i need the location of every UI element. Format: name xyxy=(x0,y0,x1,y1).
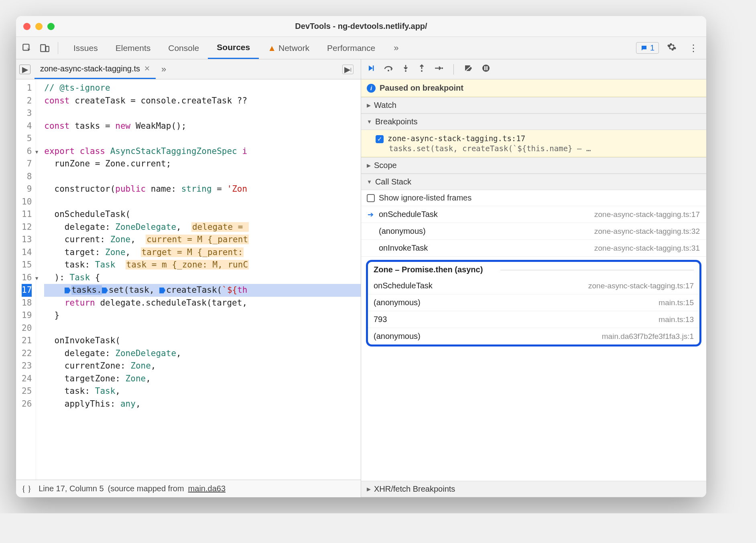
line-number[interactable]: 2 xyxy=(22,95,32,107)
callstack-frame[interactable]: (anonymous)main.ts:15 xyxy=(368,294,699,311)
code-line[interactable]: target: Zone, target = M {_parent: xyxy=(44,246,361,259)
callstack-frame[interactable]: 793main.ts:13 xyxy=(368,311,699,328)
line-number[interactable]: 7 xyxy=(22,158,32,170)
code-line[interactable]: task: Task task = m {_zone: M, runC xyxy=(44,259,361,272)
line-number[interactable]: 24 xyxy=(22,373,32,385)
line-number[interactable]: 5 xyxy=(22,132,32,145)
file-tab-active[interactable]: zone-async-stack-tagging.ts ✕ xyxy=(35,59,156,79)
resume-icon[interactable] xyxy=(367,64,375,75)
line-number[interactable]: 22 xyxy=(22,347,32,360)
tab-elements[interactable]: Elements xyxy=(107,37,160,59)
line-number[interactable]: 4 xyxy=(22,120,32,133)
code-line[interactable] xyxy=(44,170,361,183)
line-number[interactable]: 18 xyxy=(22,297,32,310)
scope-section-header[interactable]: ▶Scope xyxy=(361,157,706,174)
callstack-frame[interactable]: (anonymous)zone-async-stack-tagging.ts:3… xyxy=(361,223,706,240)
tab-performance[interactable]: Performance xyxy=(318,37,384,59)
code-line[interactable]: return delegate.scheduleTask(target, xyxy=(44,297,361,310)
line-number[interactable]: 15 xyxy=(22,259,32,272)
code-line[interactable]: delegate: ZoneDelegate, delegate = xyxy=(44,221,361,234)
code-line[interactable]: targetZone: Zone, xyxy=(44,373,361,385)
step-out-icon[interactable] xyxy=(418,64,425,74)
breakpoint-entry[interactable]: ✓zone-async-stack-tagging.ts:17 tasks.se… xyxy=(361,130,706,157)
line-number[interactable]: 8 xyxy=(22,170,32,183)
callstack-frame[interactable]: (anonymous)main.da63f7b2fe3f1fa3.js:1 xyxy=(368,328,699,344)
tab-console[interactable]: Console xyxy=(159,37,208,59)
code-line[interactable]: tasks.set(task, createTask(`${th xyxy=(44,284,361,297)
line-number[interactable]: 23 xyxy=(22,360,32,373)
line-number[interactable]: 19 xyxy=(22,309,32,322)
checkbox-checked-icon[interactable]: ✓ xyxy=(376,135,384,143)
line-number[interactable]: 11 xyxy=(22,208,32,221)
code-line[interactable]: // @ts-ignore xyxy=(44,82,361,95)
code-editor[interactable]: 1234567891011121314151617181920212223242… xyxy=(16,79,361,480)
line-number[interactable]: 13 xyxy=(22,233,32,246)
kebab-menu-icon[interactable]: ⋮ xyxy=(685,43,702,54)
frame-location: zone-async-stack-tagging.ts:17 xyxy=(594,210,700,219)
code-line[interactable]: onScheduleTask( xyxy=(44,208,361,221)
tabs-overflow-icon[interactable]: » xyxy=(388,43,404,53)
source-map-link[interactable]: main.da63 xyxy=(188,484,226,493)
breakpoints-section-header[interactable]: ▼Breakpoints xyxy=(361,113,706,130)
issues-badge[interactable]: 1 xyxy=(636,42,659,54)
line-number[interactable]: 20 xyxy=(22,322,32,335)
code-line[interactable]: const createTask = console.createTask ?? xyxy=(44,95,361,107)
code-line[interactable]: task: Task, xyxy=(44,385,361,398)
code-line[interactable]: currentZone: Zone, xyxy=(44,360,361,373)
inspect-icon[interactable] xyxy=(20,41,34,55)
pause-exceptions-icon[interactable] xyxy=(482,64,490,74)
watch-section-header[interactable]: ▶Watch xyxy=(361,97,706,113)
line-number[interactable]: 3 xyxy=(22,107,32,120)
device-icon[interactable] xyxy=(38,41,51,55)
snippet-run-icon[interactable]: ▶| xyxy=(342,65,354,74)
file-tabs-overflow-icon[interactable]: » xyxy=(156,64,172,75)
brackets-icon[interactable]: { } xyxy=(22,484,31,493)
line-number[interactable]: 26 xyxy=(22,398,32,411)
code-line[interactable] xyxy=(44,107,361,120)
code-line[interactable]: applyThis: any, xyxy=(44,398,361,411)
xhr-section-header[interactable]: ▶XHR/fetch Breakpoints xyxy=(361,481,706,497)
line-number[interactable]: 25 xyxy=(22,385,32,398)
line-number[interactable]: 9 xyxy=(22,183,32,196)
step-into-icon[interactable] xyxy=(402,64,409,74)
tab-network[interactable]: ▲Network xyxy=(259,37,318,59)
tab-issues[interactable]: Issues xyxy=(65,37,107,59)
navigator-toggle-icon[interactable]: ▶ xyxy=(19,65,30,74)
line-number[interactable]: 6 xyxy=(22,145,32,158)
code-line[interactable] xyxy=(44,196,361,209)
code-line[interactable]: constructor(public name: string = 'Zon xyxy=(44,183,361,196)
frame-function: (anonymous) xyxy=(374,298,654,307)
line-number[interactable]: 16 xyxy=(22,272,32,284)
step-icon[interactable] xyxy=(434,65,443,74)
maximize-window-button[interactable] xyxy=(47,23,55,30)
code-line[interactable]: runZone = Zone.current; xyxy=(44,158,361,170)
code-line[interactable]: ): Task { xyxy=(44,272,361,284)
code-line[interactable]: export class AsyncStackTaggingZoneSpec i xyxy=(44,145,361,158)
callstack-frame[interactable]: onInvokeTaskzone-async-stack-tagging.ts:… xyxy=(361,240,706,257)
step-over-icon[interactable] xyxy=(384,64,393,74)
code-line[interactable] xyxy=(44,322,361,335)
line-number[interactable]: 1 xyxy=(22,82,32,95)
close-icon[interactable]: ✕ xyxy=(144,64,150,73)
close-window-button[interactable] xyxy=(23,23,30,30)
line-number[interactable]: 14 xyxy=(22,246,32,259)
line-number[interactable]: 12 xyxy=(22,221,32,234)
line-number[interactable]: 21 xyxy=(22,334,32,347)
settings-icon[interactable] xyxy=(663,42,681,54)
callstack-frame[interactable]: onScheduleTaskzone-async-stack-tagging.t… xyxy=(368,278,699,294)
callstack-frame[interactable]: ➔onScheduleTaskzone-async-stack-tagging.… xyxy=(361,206,706,223)
minimize-window-button[interactable] xyxy=(35,23,43,30)
checkbox-unchecked[interactable] xyxy=(367,194,375,202)
code-line[interactable]: delegate: ZoneDelegate, xyxy=(44,347,361,360)
code-line[interactable]: current: Zone, current = M {_parent xyxy=(44,233,361,246)
code-line[interactable]: onInvokeTask( xyxy=(44,334,361,347)
tab-sources[interactable]: Sources xyxy=(208,37,259,59)
line-number[interactable]: 17 xyxy=(22,284,32,297)
line-number[interactable]: 10 xyxy=(22,196,32,209)
code-line[interactable] xyxy=(44,132,361,145)
code-line[interactable]: } xyxy=(44,309,361,322)
deactivate-breakpoints-icon[interactable] xyxy=(464,64,473,74)
code-line[interactable]: const tasks = new WeakMap(); xyxy=(44,120,361,133)
callstack-section-header[interactable]: ▼Call Stack xyxy=(361,174,706,190)
code-area[interactable]: // @ts-ignoreconst createTask = console.… xyxy=(36,79,361,480)
